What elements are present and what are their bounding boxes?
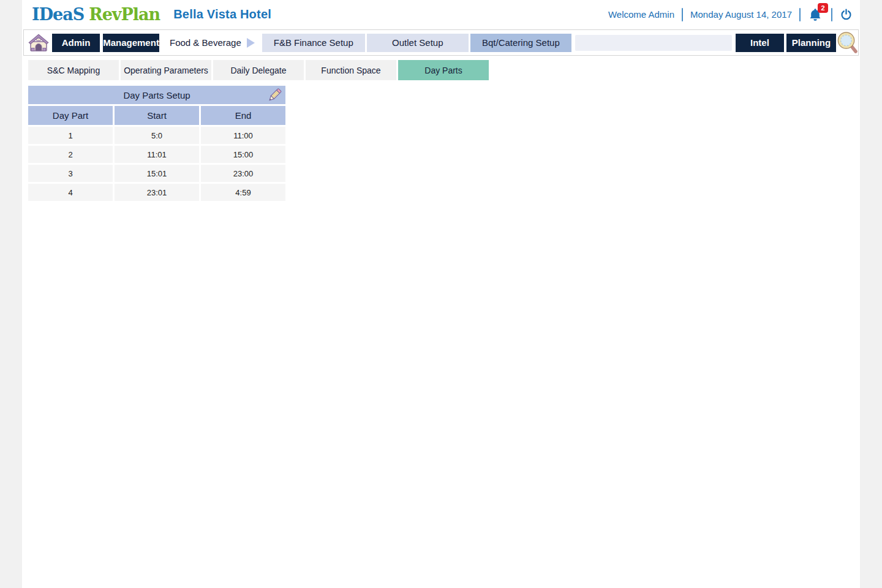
chevron-right-icon (247, 38, 255, 48)
column-header-end: End (201, 106, 285, 125)
tab-daily-delegate[interactable]: Daily Delegate (213, 60, 304, 80)
notification-badge: 2 (818, 3, 828, 13)
header-divider (831, 8, 832, 21)
table-cell: 23:00 (201, 165, 285, 182)
table-cell: 15:00 (201, 146, 285, 163)
tab-sc-mapping[interactable]: S&C Mapping (28, 60, 119, 80)
nav-tab-bqt-catering-setup[interactable]: Bqt/Catering Setup (470, 34, 571, 52)
table-cell: 15:01 (115, 165, 199, 182)
app-logo: IDeaS RevPlan (32, 5, 160, 24)
pencil-edit-icon[interactable] (266, 87, 282, 105)
main-nav-bar: Admin Management Food & Beverage F&B Fin… (23, 29, 859, 56)
table-row: 423:014:59 (28, 184, 285, 201)
nav-empty-panel (575, 35, 732, 51)
table-cell: 3 (28, 165, 113, 182)
management-button[interactable]: Management (103, 34, 159, 52)
breadcrumb: Food & Beverage (170, 37, 241, 48)
table-cell: 4:59 (201, 184, 285, 201)
notification-bell-icon[interactable]: 2 (808, 7, 824, 22)
table-cell: 23:01 (115, 184, 199, 201)
table-cell: 11:01 (115, 146, 199, 163)
admin-button[interactable]: Admin (52, 34, 100, 52)
current-date: Monday August 14, 2017 (690, 9, 792, 20)
table-cell: 11:00 (201, 127, 285, 144)
table-cell: 4 (28, 184, 113, 201)
hotel-name: Bella Vista Hotel (173, 7, 271, 21)
day-parts-panel: Day Parts Setup Day Part Start End (28, 86, 285, 201)
table-body: 15:011:00211:0115:00315:0123:00423:014:5… (28, 127, 285, 201)
welcome-text[interactable]: Welcome Admin (608, 9, 674, 20)
table-row: 315:0123:00 (28, 165, 285, 182)
table-cell: 1 (28, 127, 113, 144)
table-header-row: Day Part Start End (28, 106, 285, 125)
logo-revplan: RevPlan (89, 5, 160, 24)
logo-ideas: IDeaS (32, 5, 84, 24)
table-row: 15:011:00 (28, 127, 285, 144)
column-header-start: Start (115, 106, 199, 125)
panel-title-bar: Day Parts Setup (28, 86, 285, 104)
table-cell: 5:0 (115, 127, 199, 144)
top-header: IDeaS RevPlan Bella Vista Hotel Welcome … (22, 0, 860, 29)
nav-tab-outlet-setup[interactable]: Outlet Setup (367, 34, 469, 52)
magnifier-icon[interactable] (837, 32, 858, 54)
planning-button[interactable]: Planning (786, 34, 836, 52)
header-right: Welcome Admin Monday August 14, 2017 2 (608, 7, 853, 22)
column-header-day-part: Day Part (28, 106, 113, 125)
table-row: 211:0115:00 (28, 146, 285, 163)
power-icon[interactable] (840, 8, 853, 21)
intel-button[interactable]: Intel (736, 34, 784, 52)
subtabs-row: S&C Mapping Operating Parameters Daily D… (28, 60, 489, 80)
panel-title: Day Parts Setup (123, 90, 190, 100)
tab-day-parts[interactable]: Day Parts (398, 60, 489, 80)
header-divider (799, 8, 801, 21)
page-content: IDeaS RevPlan Bella Vista Hotel Welcome … (22, 0, 860, 588)
tab-function-space[interactable]: Function Space (306, 60, 396, 80)
tab-operating-parameters[interactable]: Operating Parameters (121, 60, 211, 80)
table-cell: 2 (28, 146, 113, 163)
header-divider (682, 8, 683, 21)
nav-tab-fb-finance-setup[interactable]: F&B Finance Setup (262, 34, 365, 52)
house-icon[interactable] (28, 32, 50, 53)
